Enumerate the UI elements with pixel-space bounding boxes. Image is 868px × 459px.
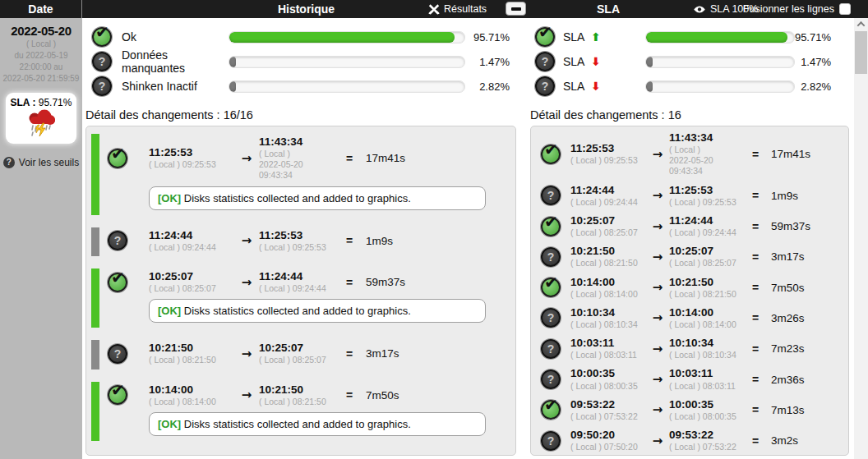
change-item: ✔ 11:25:53 ( Local ) 09:25:53 → 11:43:34… bbox=[86, 131, 515, 216]
question-icon: ? bbox=[541, 186, 561, 205]
end-time-block: 11:24:44 ( Local ) 09:24:44 bbox=[669, 214, 746, 238]
progress-track bbox=[229, 31, 465, 44]
status-message: [OK] Disks statistics collected and adde… bbox=[149, 412, 486, 436]
duration: 7m23s bbox=[771, 342, 805, 355]
change-item: ? 10:00:35 ( Local ) 08:00:35 → 10:03:11… bbox=[531, 364, 848, 394]
stat-label: SLA bbox=[563, 80, 591, 93]
duration: 3m26s bbox=[771, 312, 805, 324]
status-bar-green bbox=[91, 269, 99, 328]
duration: 3m17s bbox=[366, 347, 399, 360]
stat-value: 1.47% bbox=[465, 56, 519, 68]
ok-icon: ✔ bbox=[92, 27, 112, 47]
merge-lines-checkbox[interactable] bbox=[839, 3, 851, 15]
end-time-block: 11:25:53 ( Local ) 09:25:53 bbox=[259, 229, 338, 253]
equals-sign: = bbox=[746, 434, 764, 448]
range-line-2: 22:00:00 au bbox=[20, 62, 63, 71]
sla-stat-row-missing: ? SLA ⬇ 1.47% bbox=[530, 49, 854, 74]
start-time-block: 10:10:34 ( Local ) 08:10:34 bbox=[570, 306, 646, 330]
end-time-block: 11:43:34 ( Local ) 2022-05-20 09:43:34 bbox=[259, 135, 338, 181]
progress-track bbox=[645, 80, 795, 93]
equals-sign: = bbox=[338, 388, 361, 402]
sla-panel: ✔ SLA ⬆ 95.71% ? SLA ⬇ 1.47% ? SLA bbox=[530, 18, 854, 459]
equals-sign: = bbox=[746, 281, 764, 294]
chevron-up-icon bbox=[857, 21, 866, 30]
vertical-scrollbar[interactable] bbox=[854, 18, 868, 459]
change-item: ? 10:10:34 ( Local ) 08:10:34 → 10:14:00… bbox=[531, 303, 848, 333]
progress-track bbox=[229, 56, 465, 68]
ok-icon: ✔ bbox=[108, 149, 127, 168]
equals-sign: = bbox=[338, 276, 361, 289]
merge-lines-control: Fusionner les lignes bbox=[743, 0, 851, 18]
arrow-right-icon: → bbox=[234, 233, 259, 248]
change-item: ✔ 10:25:07 ( Local ) 08:25:07 → 11:24:44… bbox=[86, 266, 515, 328]
end-time-block: 10:14:00 ( Local ) 08:14:00 bbox=[669, 306, 746, 330]
change-item: ✔ 10:14:00 ( Local ) 08:14:00 → 10:21:50… bbox=[531, 273, 848, 303]
range-line-1: du 2022-05-19 bbox=[14, 51, 67, 60]
start-time-block: 10:25:07 ( Local ) 08:25:07 bbox=[149, 270, 234, 294]
minimize-button[interactable] bbox=[506, 2, 526, 16]
duration: 17m41s bbox=[366, 152, 405, 164]
question-icon: ? bbox=[535, 52, 555, 71]
change-item: ✔ 10:25:07 ( Local ) 08:25:07 → 11:24:44… bbox=[531, 211, 848, 241]
start-time-block: 11:24:44 ( Local ) 09:24:44 bbox=[570, 184, 646, 208]
timezone-label: ( Local ) bbox=[0, 39, 82, 48]
question-icon: ? bbox=[541, 247, 561, 267]
ok-icon: ✔ bbox=[541, 217, 561, 236]
stat-label: Données manquantes bbox=[122, 48, 229, 75]
question-icon: ? bbox=[92, 76, 112, 96]
start-time-block: 10:25:07 ( Local ) 08:25:07 bbox=[570, 214, 646, 238]
change-item: ✔ 10:14:00 ( Local ) 08:14:00 → 10:21:50… bbox=[86, 379, 515, 442]
changes-detail-title: Détail des changements : 16 bbox=[530, 108, 854, 122]
arrow-right-icon: → bbox=[234, 275, 259, 290]
stat-label: SLA bbox=[563, 55, 591, 68]
arrow-right-icon: → bbox=[234, 388, 259, 402]
duration: 1m9s bbox=[771, 190, 798, 202]
progress-fill bbox=[229, 81, 236, 92]
change-item: ? 11:24:44 ( Local ) 09:24:44 → 11:25:53… bbox=[86, 225, 515, 257]
range-line-3: 2022-05-20 21:59:59 bbox=[3, 74, 80, 83]
scrollbar-thumb[interactable] bbox=[855, 31, 867, 74]
results-toggle[interactable]: Résultats bbox=[428, 0, 487, 18]
question-icon: ? bbox=[535, 76, 555, 96]
duration: 59m37s bbox=[366, 276, 405, 288]
ok-icon: ✔ bbox=[541, 278, 561, 297]
end-time-block: 10:21:50 ( Local ) 08:21:50 bbox=[259, 383, 338, 407]
stat-label: SLA bbox=[563, 30, 591, 44]
start-time-block: 11:24:44 ( Local ) 09:24:44 bbox=[149, 229, 234, 253]
change-item: ? 09:50:20 ( Local ) 07:50:20 → 09:53:22… bbox=[531, 425, 848, 456]
arrow-right-icon: → bbox=[646, 250, 669, 264]
ok-tag: [OK] bbox=[158, 305, 181, 317]
storm-weather-icon bbox=[23, 109, 59, 137]
stat-value: 2.82% bbox=[465, 80, 519, 93]
sla-dashboard: Date Historique Résultats SLA SLA 100% F… bbox=[0, 0, 868, 459]
start-time-block: 10:14:00 ( Local ) 08:14:00 bbox=[570, 276, 646, 300]
change-item: ✔ 09:53:22 ( Local ) 07:53:22 → 10:00:35… bbox=[531, 395, 848, 425]
progress-fill bbox=[229, 32, 455, 43]
stat-value: 1.47% bbox=[795, 56, 854, 68]
progress-track bbox=[645, 56, 795, 68]
stat-label: Shinken Inactif bbox=[122, 80, 229, 93]
equals-sign: = bbox=[338, 234, 361, 247]
equals-sign: = bbox=[746, 373, 764, 386]
duration: 1m9s bbox=[366, 235, 393, 247]
top-header-bar: Date Historique Résultats SLA SLA 100% F… bbox=[0, 0, 868, 18]
equals-sign: = bbox=[746, 342, 764, 356]
arrow-right-icon: → bbox=[646, 280, 669, 295]
end-time-block: 10:21:50 ( Local ) 08:21:50 bbox=[669, 276, 746, 300]
question-icon: ? bbox=[108, 344, 127, 364]
view-thresholds-link[interactable]: ? Voir les seuils bbox=[0, 157, 82, 168]
equals-sign: = bbox=[746, 311, 764, 324]
start-time-block: 10:14:00 ( Local ) 08:14:00 bbox=[149, 383, 234, 407]
date-range: du 2022-05-19 22:00:00 au 2022-05-20 21:… bbox=[0, 50, 82, 85]
question-icon: ? bbox=[541, 369, 561, 389]
scrollbar-up-button[interactable] bbox=[854, 18, 868, 30]
arrow-right-icon: → bbox=[234, 151, 259, 166]
sla-changes-list: ✔ 11:25:53 ( Local ) 09:25:53 → 11:43:34… bbox=[530, 126, 849, 456]
end-time-block: 10:10:34 ( Local ) 08:10:34 bbox=[669, 337, 746, 360]
equals-sign: = bbox=[746, 403, 764, 416]
status-bar-green bbox=[91, 134, 99, 215]
minus-icon bbox=[511, 7, 521, 11]
progress-track bbox=[229, 80, 465, 93]
progress-fill bbox=[646, 57, 653, 67]
progress-fill bbox=[646, 81, 653, 92]
